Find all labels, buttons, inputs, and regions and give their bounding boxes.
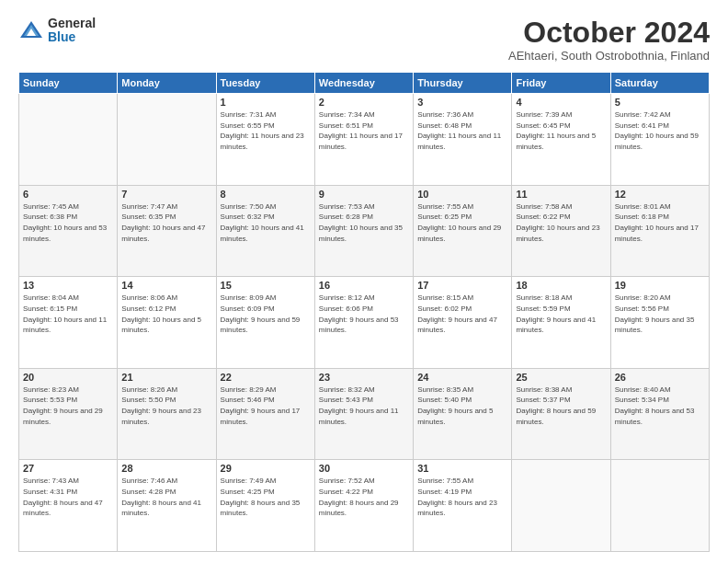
day-number: 17 — [417, 280, 507, 291]
day-info: Sunrise: 7:52 AM Sunset: 4:22 PM Dayligh… — [319, 476, 409, 518]
day-number: 25 — [516, 372, 606, 383]
col-header-saturday: Saturday — [610, 73, 709, 94]
day-number: 30 — [319, 463, 409, 474]
calendar-cell: 29Sunrise: 7:49 AM Sunset: 4:25 PM Dayli… — [216, 460, 314, 552]
calendar-cell: 13Sunrise: 8:04 AM Sunset: 6:15 PM Dayli… — [19, 277, 118, 369]
day-number: 1 — [221, 97, 311, 108]
day-info: Sunrise: 7:34 AM Sunset: 6:51 PM Dayligh… — [319, 109, 409, 152]
calendar-cell: 11Sunrise: 7:58 AM Sunset: 6:22 PM Dayli… — [512, 185, 610, 277]
calendar-cell: 12Sunrise: 8:01 AM Sunset: 6:18 PM Dayli… — [610, 185, 709, 277]
calendar-cell: 10Sunrise: 7:55 AM Sunset: 6:25 PM Dayli… — [414, 185, 512, 277]
day-number: 20 — [23, 372, 113, 383]
day-number: 19 — [615, 280, 705, 291]
day-info: Sunrise: 7:46 AM Sunset: 4:28 PM Dayligh… — [121, 476, 211, 518]
day-number: 28 — [121, 463, 211, 474]
day-info: Sunrise: 8:26 AM Sunset: 5:50 PM Dayligh… — [121, 385, 211, 427]
day-number: 16 — [319, 280, 409, 291]
day-info: Sunrise: 8:23 AM Sunset: 5:53 PM Dayligh… — [23, 385, 113, 427]
day-info: Sunrise: 8:12 AM Sunset: 6:06 PM Dayligh… — [319, 293, 409, 335]
day-number: 2 — [319, 97, 409, 108]
day-number: 14 — [121, 280, 211, 291]
calendar-cell: 24Sunrise: 8:35 AM Sunset: 5:40 PM Dayli… — [414, 368, 512, 460]
calendar-cell: 20Sunrise: 8:23 AM Sunset: 5:53 PM Dayli… — [19, 368, 118, 460]
calendar-week-row: 1Sunrise: 7:31 AM Sunset: 6:55 PM Daylig… — [19, 94, 710, 186]
day-info: Sunrise: 8:04 AM Sunset: 6:15 PM Dayligh… — [23, 293, 113, 335]
day-info: Sunrise: 7:58 AM Sunset: 6:22 PM Dayligh… — [516, 201, 606, 244]
day-info: Sunrise: 7:43 AM Sunset: 4:31 PM Dayligh… — [23, 476, 113, 518]
calendar-week-row: 13Sunrise: 8:04 AM Sunset: 6:15 PM Dayli… — [19, 277, 710, 369]
col-header-friday: Friday — [512, 73, 610, 94]
calendar-cell: 4Sunrise: 7:39 AM Sunset: 6:45 PM Daylig… — [512, 94, 610, 186]
calendar-week-row: 27Sunrise: 7:43 AM Sunset: 4:31 PM Dayli… — [19, 460, 710, 552]
title-block: October 2024 AEhtaeri, South Ostrobothni… — [508, 17, 710, 63]
calendar-cell: 8Sunrise: 7:50 AM Sunset: 6:32 PM Daylig… — [216, 185, 314, 277]
calendar-cell — [610, 460, 709, 552]
calendar-week-row: 6Sunrise: 7:45 AM Sunset: 6:38 PM Daylig… — [19, 185, 710, 277]
day-info: Sunrise: 8:09 AM Sunset: 6:09 PM Dayligh… — [221, 293, 311, 335]
day-number: 9 — [319, 189, 409, 200]
col-header-thursday: Thursday — [414, 73, 512, 94]
calendar-cell: 1Sunrise: 7:31 AM Sunset: 6:55 PM Daylig… — [216, 94, 314, 186]
logo: General Blue — [18, 17, 96, 45]
day-number: 29 — [221, 463, 311, 474]
day-number: 24 — [417, 372, 507, 383]
calendar-cell: 16Sunrise: 8:12 AM Sunset: 6:06 PM Dayli… — [314, 277, 413, 369]
day-number: 10 — [417, 189, 507, 200]
day-number: 31 — [417, 463, 507, 474]
day-number: 6 — [23, 189, 113, 200]
day-number: 4 — [516, 97, 606, 108]
day-info: Sunrise: 8:18 AM Sunset: 5:59 PM Dayligh… — [516, 293, 606, 335]
calendar-cell: 27Sunrise: 7:43 AM Sunset: 4:31 PM Dayli… — [19, 460, 118, 552]
day-info: Sunrise: 7:49 AM Sunset: 4:25 PM Dayligh… — [221, 476, 311, 518]
calendar-cell: 3Sunrise: 7:36 AM Sunset: 6:48 PM Daylig… — [414, 94, 512, 186]
day-info: Sunrise: 8:01 AM Sunset: 6:18 PM Dayligh… — [615, 201, 705, 244]
calendar-cell: 30Sunrise: 7:52 AM Sunset: 4:22 PM Dayli… — [314, 460, 413, 552]
logo-blue-label: Blue — [48, 30, 96, 44]
logo-icon — [18, 17, 44, 43]
day-info: Sunrise: 7:55 AM Sunset: 6:25 PM Dayligh… — [417, 201, 507, 244]
day-number: 23 — [319, 372, 409, 383]
day-number: 7 — [121, 189, 211, 200]
calendar-week-row: 20Sunrise: 8:23 AM Sunset: 5:53 PM Dayli… — [19, 368, 710, 460]
day-info: Sunrise: 8:29 AM Sunset: 5:46 PM Dayligh… — [221, 385, 311, 427]
calendar-cell: 23Sunrise: 8:32 AM Sunset: 5:43 PM Dayli… — [314, 368, 413, 460]
day-info: Sunrise: 8:32 AM Sunset: 5:43 PM Dayligh… — [319, 385, 409, 427]
calendar-cell: 5Sunrise: 7:42 AM Sunset: 6:41 PM Daylig… — [610, 94, 709, 186]
day-info: Sunrise: 8:35 AM Sunset: 5:40 PM Dayligh… — [417, 385, 507, 427]
logo-text: General Blue — [48, 17, 96, 45]
calendar-cell: 15Sunrise: 8:09 AM Sunset: 6:09 PM Dayli… — [216, 277, 314, 369]
header: General Blue October 2024 AEhtaeri, Sout… — [18, 17, 710, 63]
day-info: Sunrise: 7:31 AM Sunset: 6:55 PM Dayligh… — [221, 109, 311, 152]
day-info: Sunrise: 8:38 AM Sunset: 5:37 PM Dayligh… — [516, 385, 606, 427]
calendar-cell: 9Sunrise: 7:53 AM Sunset: 6:28 PM Daylig… — [314, 185, 413, 277]
col-header-monday: Monday — [118, 73, 216, 94]
calendar-cell — [19, 94, 118, 186]
calendar-cell: 31Sunrise: 7:55 AM Sunset: 4:19 PM Dayli… — [414, 460, 512, 552]
day-number: 11 — [516, 189, 606, 200]
calendar-cell: 7Sunrise: 7:47 AM Sunset: 6:35 PM Daylig… — [118, 185, 216, 277]
day-info: Sunrise: 7:36 AM Sunset: 6:48 PM Dayligh… — [417, 109, 507, 152]
calendar-header-row: SundayMondayTuesdayWednesdayThursdayFrid… — [19, 73, 710, 94]
calendar-cell: 18Sunrise: 8:18 AM Sunset: 5:59 PM Dayli… — [512, 277, 610, 369]
calendar-cell: 6Sunrise: 7:45 AM Sunset: 6:38 PM Daylig… — [19, 185, 118, 277]
day-info: Sunrise: 8:06 AM Sunset: 6:12 PM Dayligh… — [121, 293, 211, 335]
col-header-tuesday: Tuesday — [216, 73, 314, 94]
calendar-cell: 25Sunrise: 8:38 AM Sunset: 5:37 PM Dayli… — [512, 368, 610, 460]
day-info: Sunrise: 7:42 AM Sunset: 6:41 PM Dayligh… — [615, 109, 705, 152]
day-number: 5 — [615, 97, 705, 108]
title-location: AEhtaeri, South Ostrobothnia, Finland — [508, 49, 710, 63]
calendar-cell — [512, 460, 610, 552]
day-number: 3 — [417, 97, 507, 108]
calendar-cell: 28Sunrise: 7:46 AM Sunset: 4:28 PM Dayli… — [118, 460, 216, 552]
page: General Blue October 2024 AEhtaeri, Sout… — [0, 0, 728, 563]
calendar-cell — [118, 94, 216, 186]
day-number: 15 — [221, 280, 311, 291]
logo-general-label: General — [48, 17, 96, 30]
day-info: Sunrise: 8:15 AM Sunset: 6:02 PM Dayligh… — [417, 293, 507, 335]
day-info: Sunrise: 8:40 AM Sunset: 5:34 PM Dayligh… — [615, 385, 705, 427]
day-number: 12 — [615, 189, 705, 200]
calendar-cell: 17Sunrise: 8:15 AM Sunset: 6:02 PM Dayli… — [414, 277, 512, 369]
day-number: 13 — [23, 280, 113, 291]
calendar-cell: 22Sunrise: 8:29 AM Sunset: 5:46 PM Dayli… — [216, 368, 314, 460]
day-info: Sunrise: 8:20 AM Sunset: 5:56 PM Dayligh… — [615, 293, 705, 335]
